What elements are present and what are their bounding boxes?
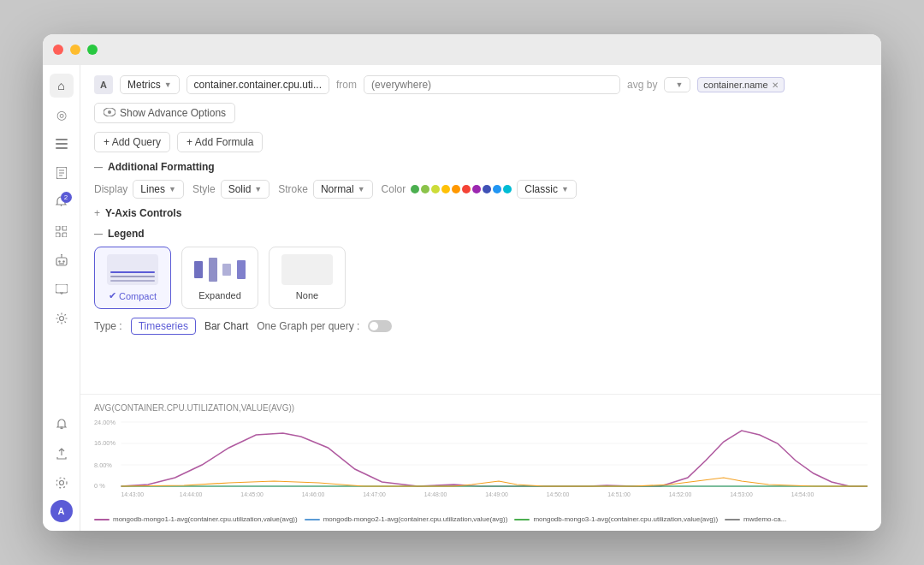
format-row: Display Lines ▼ Style Solid ▼ xyxy=(94,180,868,199)
add-formula-button[interactable]: + Add Formula xyxy=(177,132,263,152)
bar-chart-button[interactable]: Bar Chart xyxy=(204,320,248,332)
color-dot-9[interactable] xyxy=(493,185,501,193)
legend-item-1: mongodb-mongo1-1-avg(container.cpu.utili… xyxy=(94,515,298,523)
svg-text:24.00%: 24.00% xyxy=(94,419,116,426)
svg-point-13 xyxy=(58,260,60,262)
svg-rect-9 xyxy=(62,226,67,230)
color-dot-3[interactable] xyxy=(431,185,440,193)
content-area: A Metrics ▼ container.container.cpu.uti.… xyxy=(80,65,881,394)
y-axis-label: Y-Axis Controls xyxy=(105,207,181,219)
legend-item-4: mwdemo-ca... xyxy=(725,515,786,523)
legend-none-card[interactable]: None xyxy=(269,247,346,309)
stroke-group: Stroke Normal ▼ xyxy=(278,180,372,199)
svg-rect-0 xyxy=(56,139,68,140)
advance-options-button[interactable]: Show Advance Options xyxy=(94,103,235,123)
y-axis-row: + Y-Axis Controls xyxy=(94,207,868,219)
avatar[interactable]: A xyxy=(50,500,73,522)
tag-remove-button[interactable]: ✕ xyxy=(772,80,779,90)
minimize-button[interactable] xyxy=(70,45,80,55)
add-query-button[interactable]: + Add Query xyxy=(94,132,170,152)
sidebar-item-file[interactable] xyxy=(50,161,74,185)
sidebar-gear-icon[interactable] xyxy=(50,471,74,495)
close-button[interactable] xyxy=(53,45,63,55)
color-dot-7[interactable] xyxy=(472,185,481,193)
compact-preview xyxy=(107,254,158,285)
sidebar-bottom: A xyxy=(50,413,74,522)
sidebar-item-monitor[interactable] xyxy=(50,277,74,301)
legend-expanded-card[interactable]: Expanded xyxy=(181,247,258,309)
sidebar-notification-icon[interactable] xyxy=(50,413,74,437)
chart-legend-items: mongodb-mongo1-1-avg(container.cpu.utili… xyxy=(94,515,868,531)
legend-options: ✔ Compact xyxy=(94,247,868,309)
display-label: Display xyxy=(94,183,127,195)
color-dot-8[interactable] xyxy=(483,185,491,193)
query-letter: A xyxy=(94,75,113,94)
svg-text:14:53:00: 14:53:00 xyxy=(730,491,753,497)
svg-text:14:45:00: 14:45:00 xyxy=(240,491,264,497)
from-box[interactable] xyxy=(364,75,620,94)
source-dropdown[interactable]: Metrics ▼ xyxy=(120,75,180,94)
sidebar-item-home[interactable]: ⌂ xyxy=(50,74,74,98)
legend-line-2 xyxy=(305,519,320,520)
sidebar-item-gauge[interactable]: ◎ xyxy=(50,103,74,127)
eye-icon xyxy=(104,107,116,119)
one-graph-toggle[interactable] xyxy=(368,320,392,332)
sidebar-item-list[interactable] xyxy=(50,132,74,156)
add-row: + Add Query + Add Formula xyxy=(94,132,868,152)
legend-line-1 xyxy=(94,519,110,520)
svg-rect-10 xyxy=(56,233,60,237)
color-dot-10[interactable] xyxy=(503,185,512,193)
color-dot-6[interactable] xyxy=(462,185,471,193)
stroke-select[interactable]: Normal ▼ xyxy=(313,180,373,199)
sidebar-item-grid[interactable] xyxy=(50,219,74,243)
timeseries-button[interactable]: Timeseries xyxy=(131,318,196,335)
sidebar-item-alerts[interactable]: 2 xyxy=(50,190,74,214)
query-row: A Metrics ▼ container.container.cpu.uti.… xyxy=(94,75,868,94)
tag-box: container.name ✕ xyxy=(697,77,784,92)
color-palette[interactable] xyxy=(411,185,512,193)
svg-text:14:51:00: 14:51:00 xyxy=(607,491,631,497)
svg-rect-2 xyxy=(56,147,68,149)
sidebar-item-settings[interactable] xyxy=(50,306,74,330)
main-window: ⌂ ◎ 2 xyxy=(43,34,881,531)
from-input[interactable] xyxy=(371,79,613,91)
color-dot-2[interactable] xyxy=(421,185,429,193)
legend-collapse-icon[interactable]: — xyxy=(94,229,103,239)
titlebar xyxy=(43,34,881,65)
chart-area: AVG(CONTAINER.CPU.UTILIZATION,VALUE(AVG)… xyxy=(80,394,881,531)
color-dot-4[interactable] xyxy=(441,185,450,193)
chevron-down-icon-4: ▼ xyxy=(254,185,262,193)
svg-text:14:52:00: 14:52:00 xyxy=(669,491,692,497)
legend-compact-card[interactable]: ✔ Compact xyxy=(94,247,171,309)
svg-text:14:49:00: 14:49:00 xyxy=(485,491,508,497)
svg-text:16.00%: 16.00% xyxy=(94,440,116,447)
chevron-down-icon: ▼ xyxy=(164,80,172,89)
svg-text:14:43:00: 14:43:00 xyxy=(121,491,145,497)
formatting-section: — Additional Formatting Display Lines ▼ xyxy=(94,161,868,199)
color-dot-1[interactable] xyxy=(411,185,419,193)
display-select[interactable]: Lines ▼ xyxy=(133,180,184,199)
svg-text:14:50:00: 14:50:00 xyxy=(547,491,570,497)
sidebar-upload-icon[interactable] xyxy=(50,442,74,466)
formatting-header: — Additional Formatting xyxy=(94,161,868,173)
expanded-label: Expanded xyxy=(198,290,241,300)
y-axis-expand-icon[interactable]: + xyxy=(94,207,100,219)
main-layout: ⌂ ◎ 2 xyxy=(43,65,881,531)
style-select[interactable]: Solid ▼ xyxy=(221,180,270,199)
avg-label: avg by xyxy=(627,79,657,91)
compact-label: Compact xyxy=(119,291,157,301)
maximize-button[interactable] xyxy=(87,45,98,55)
none-preview xyxy=(281,254,333,285)
color-scheme-select[interactable]: Classic ▼ xyxy=(517,180,577,199)
sidebar-item-robot[interactable] xyxy=(50,248,74,272)
svg-text:14:47:00: 14:47:00 xyxy=(363,491,386,497)
expanded-preview xyxy=(194,254,246,285)
chevron-down-icon-3: ▼ xyxy=(169,185,176,193)
color-dot-5[interactable] xyxy=(452,185,460,193)
legend-header: — Legend xyxy=(94,228,868,240)
sidebar: ⌂ ◎ 2 xyxy=(43,65,80,531)
svg-point-27 xyxy=(108,110,111,114)
stroke-label: Stroke xyxy=(278,183,308,195)
collapse-icon[interactable]: — xyxy=(94,163,103,172)
avg-by-dropdown[interactable]: ▼ xyxy=(664,77,690,92)
